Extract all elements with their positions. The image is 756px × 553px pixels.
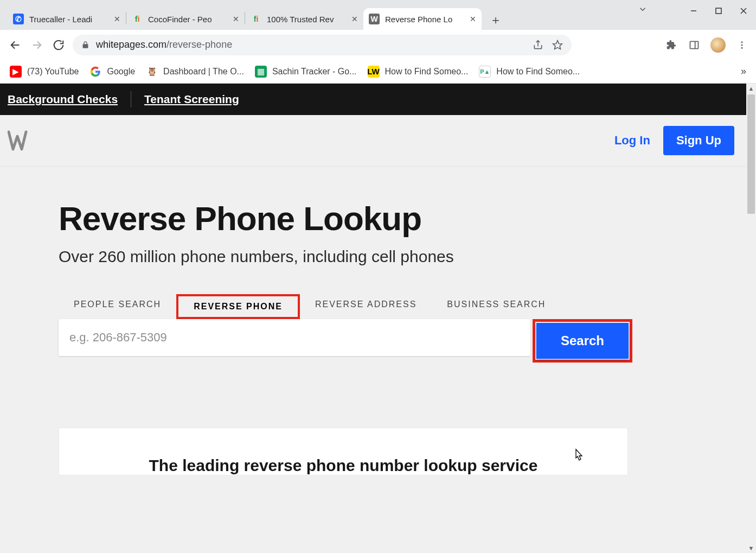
close-icon[interactable]: ✕	[351, 15, 358, 23]
page-content: Background Checks Tenant Screening Log I…	[0, 84, 746, 475]
new-tab-button[interactable]: ＋	[486, 10, 505, 30]
phone-icon: ✆	[13, 14, 24, 24]
site-header: Log In Sign Up	[0, 115, 746, 167]
bookmark-label: How to Find Someo...	[385, 67, 469, 77]
pa-icon: P▲	[479, 66, 491, 78]
link-background-checks[interactable]: Background Checks	[8, 93, 118, 106]
search-button-highlight: Search	[533, 319, 632, 363]
bookmark-label: Sachin Tracker - Go...	[272, 67, 357, 77]
topbar-divider	[131, 91, 131, 107]
bookmark-label: (73) YouTube	[27, 67, 79, 77]
owl-icon: 🦉	[146, 66, 158, 78]
scroll-down-icon[interactable]: ▼	[746, 543, 756, 553]
maximize-button[interactable]	[706, 0, 731, 22]
profile-avatar[interactable]	[710, 37, 726, 53]
signup-button[interactable]: Sign Up	[663, 126, 734, 155]
scrollbar[interactable]: ▲ ▼	[746, 84, 756, 553]
window-controls	[681, 0, 756, 22]
close-icon[interactable]: ✕	[470, 15, 476, 23]
svg-marker-7	[553, 40, 562, 49]
tab-business-search[interactable]: BUSINESS SEARCH	[432, 294, 561, 319]
back-button[interactable]	[8, 37, 23, 53]
svg-rect-8	[690, 41, 699, 48]
bookmark-google[interactable]: Google	[89, 66, 135, 78]
toolbar-right-icons	[665, 37, 748, 53]
extensions-icon[interactable]	[665, 39, 678, 52]
page-subtitle: Over 260 million phone numbers, includin…	[59, 247, 746, 266]
close-window-button[interactable]	[731, 0, 756, 22]
browser-toolbar: whitepages.com/reverse-phone	[0, 30, 756, 60]
address-bar[interactable]: whitepages.com/reverse-phone	[73, 35, 572, 55]
tab-trusted[interactable]: fi 100% Trusted Rev ✕	[245, 8, 363, 30]
youtube-icon: ▶	[10, 66, 22, 78]
tab-cocofinder[interactable]: fi CocoFinder - Peo ✕	[126, 8, 245, 30]
tab-title: 100% Trusted Rev	[267, 15, 348, 24]
svg-point-10	[741, 41, 743, 43]
bookmarks-bar: ▶ (73) YouTube Google 🦉 Dashboard | The …	[0, 60, 756, 84]
link-tenant-screening[interactable]: Tenant Screening	[144, 93, 239, 106]
star-icon[interactable]	[552, 40, 563, 50]
reload-button[interactable]	[51, 37, 66, 53]
info-card: The leading reverse phone number lookup …	[59, 428, 628, 475]
share-icon[interactable]	[533, 40, 543, 50]
whitepages-logo[interactable]	[8, 130, 31, 151]
close-icon[interactable]: ✕	[233, 15, 239, 23]
scroll-up-icon[interactable]: ▲	[746, 84, 756, 93]
bookmark-sachin-tracker[interactable]: ▦ Sachin Tracker - Go...	[255, 66, 357, 78]
tab-people-search[interactable]: PEOPLE SEARCH	[59, 294, 176, 319]
search-input-container	[59, 319, 530, 356]
favicon-fi-icon: fi	[132, 14, 143, 24]
bookmark-dashboard[interactable]: 🦉 Dashboard | The O...	[146, 66, 244, 78]
site-topbar: Background Checks Tenant Screening	[0, 84, 746, 115]
card-heading: The leading reverse phone number lookup …	[81, 456, 606, 475]
minimize-button[interactable]	[681, 0, 706, 22]
search-tabs: PEOPLE SEARCH REVERSE PHONE REVERSE ADDR…	[59, 294, 746, 319]
bookmark-label: How to Find Someo...	[496, 67, 580, 77]
side-panel-icon[interactable]	[688, 39, 701, 52]
kebab-menu-icon[interactable]	[735, 39, 748, 52]
bookmark-how-to-find-1[interactable]: LW How to Find Someo...	[368, 66, 469, 78]
page-title: Reverse Phone Lookup	[59, 199, 746, 238]
search-row: Search	[59, 319, 632, 363]
tab-reverse-phone[interactable]: W Reverse Phone Lo ✕	[363, 8, 482, 30]
tab-reverse-address[interactable]: REVERSE ADDRESS	[300, 294, 432, 319]
favicon-w-icon: W	[369, 14, 380, 24]
bookmark-label: Dashboard | The O...	[163, 67, 244, 77]
phone-search-input[interactable]	[69, 330, 520, 345]
search-button[interactable]: Search	[536, 323, 629, 359]
tab-title: CocoFinder - Peo	[148, 15, 229, 24]
svg-rect-1	[716, 8, 721, 14]
tab-truecaller[interactable]: ✆ Truecaller - Leadi ✕	[8, 8, 126, 30]
sheets-icon: ▦	[255, 66, 267, 78]
svg-point-11	[741, 44, 743, 46]
chevron-down-icon[interactable]	[638, 4, 648, 14]
main-content: Reverse Phone Lookup Over 260 million ph…	[0, 167, 746, 475]
bookmark-label: Google	[107, 67, 135, 77]
bookmarks-overflow-icon[interactable]: »	[741, 66, 746, 77]
tab-reverse-phone[interactable]: REVERSE PHONE	[176, 294, 300, 319]
tab-title: Truecaller - Leadi	[29, 15, 111, 24]
bookmark-how-to-find-2[interactable]: P▲ How to Find Someo...	[479, 66, 580, 78]
forward-button[interactable]	[29, 37, 44, 53]
google-icon	[89, 66, 101, 78]
url-text: whitepages.com/reverse-phone	[96, 39, 232, 50]
lw-icon: LW	[368, 66, 380, 78]
lock-icon	[81, 41, 89, 49]
tab-title: Reverse Phone Lo	[385, 15, 466, 24]
favicon-fi-icon: fi	[251, 14, 261, 24]
page-viewport: Background Checks Tenant Screening Log I…	[0, 84, 756, 553]
bookmark-youtube[interactable]: ▶ (73) YouTube	[10, 66, 79, 78]
header-right: Log In Sign Up	[614, 126, 734, 155]
scrollbar-thumb[interactable]	[747, 94, 755, 214]
svg-point-12	[741, 47, 743, 48]
close-icon[interactable]: ✕	[114, 15, 120, 23]
login-link[interactable]: Log In	[614, 134, 650, 148]
